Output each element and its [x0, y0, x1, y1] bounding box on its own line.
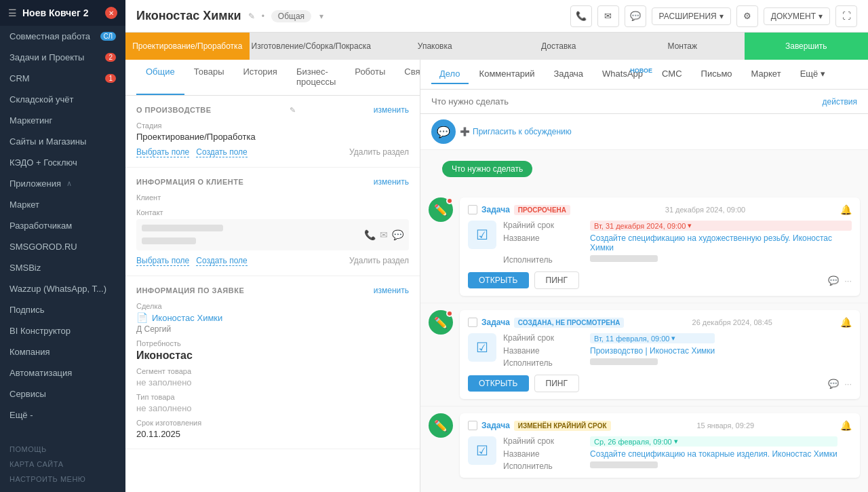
email-contact-icon[interactable]: ✉: [380, 229, 388, 240]
document-button[interactable]: ДОКУМЕНТ ▾: [764, 7, 830, 25]
divider-2: [420, 406, 868, 406]
name-value-2[interactable]: Производство | Иконостас Химки: [590, 346, 715, 356]
phone-icon-button[interactable]: 📞: [570, 5, 592, 27]
sidebar-footer-help[interactable]: ПОМОЩЬ: [9, 442, 116, 457]
edit-icon[interactable]: ✎: [248, 12, 255, 21]
tab-goods[interactable]: Товары: [184, 60, 234, 95]
what-todo-button[interactable]: Что нужно сделать: [442, 161, 532, 177]
sidebar-item-marketing[interactable]: Маркетинг: [0, 110, 125, 131]
activity-tab-market[interactable]: Маркет: [743, 64, 789, 84]
chat-icon-button[interactable]: 💬: [625, 5, 646, 27]
sidebar-item-wazzup[interactable]: Wazzup (WhatsApp, T...): [0, 278, 125, 299]
task-checkbox-2[interactable]: [468, 318, 477, 327]
deadline-value-3[interactable]: Ср, 26 февраля, 09:00 ▾: [590, 436, 837, 447]
delete-section-link[interactable]: Удалить раздел: [349, 147, 409, 157]
deal-value[interactable]: Иконостас Химки: [152, 313, 222, 323]
more-icon-2[interactable]: ···: [844, 379, 852, 389]
stage-pack[interactable]: Упаковка: [373, 33, 497, 60]
stage-proekt[interactable]: Проектирование/Проработка: [125, 33, 250, 60]
tab-robots[interactable]: Роботы: [345, 60, 395, 95]
activity-tab-task[interactable]: Задача: [545, 64, 591, 84]
task-type-1: Задача: [481, 205, 510, 214]
section-deal-change[interactable]: изменить: [374, 286, 409, 295]
task-checkbox-3[interactable]: [468, 421, 477, 430]
client-create-field-link[interactable]: Создать поле: [196, 256, 248, 266]
sidebar-item-collaboration[interactable]: Совместная работа СЛ: [0, 26, 125, 47]
fullscreen-icon-button[interactable]: ⛶: [835, 5, 857, 27]
open-button-1[interactable]: ОТКРЫТЬ: [468, 272, 529, 288]
bell-icon-3[interactable]: 🔔: [840, 420, 852, 431]
open-button-2[interactable]: ОТКРЫТЬ: [468, 375, 529, 392]
activity-tab-sms[interactable]: СМС: [654, 64, 690, 84]
sidebar-item-kedo[interactable]: КЭДО + Госключ: [0, 152, 125, 173]
phone-contact-icon[interactable]: 📞: [364, 229, 376, 240]
sidebar-item-services[interactable]: Сервисы: [0, 383, 125, 404]
sidebar-item-smsbiz[interactable]: SMSBiz: [0, 257, 125, 278]
stage-izg[interactable]: Изготовление/Сборка/Покраска: [250, 33, 374, 60]
create-field-link[interactable]: Создать поле: [196, 147, 248, 157]
section-client-change[interactable]: изменить: [374, 177, 409, 187]
sidebar-item-tasks[interactable]: Задачи и Проекты 2: [0, 47, 125, 68]
client-choose-field-link[interactable]: Выбрать поле: [136, 256, 189, 266]
comment-icon-1[interactable]: 💬: [828, 276, 839, 286]
tab-links[interactable]: Связи: [395, 60, 420, 95]
section-production-change[interactable]: изменить: [374, 105, 409, 115]
task-date-1: 31 декабря 2024, 09:00: [665, 206, 745, 214]
deadline-label-2: Крайний срок: [503, 333, 585, 343]
settings-icon-button[interactable]: ⚙: [736, 5, 758, 27]
activity-tab-more[interactable]: Ещё ▾: [792, 64, 833, 84]
activity-actions-button[interactable]: действия: [823, 97, 857, 107]
ping-button-2[interactable]: ПИНГ: [534, 375, 579, 392]
sidebar-item-warehouse[interactable]: Складской учёт: [0, 89, 125, 110]
tab-history[interactable]: История: [233, 60, 286, 95]
sidebar-item-crm[interactable]: CRM 1: [0, 68, 125, 89]
sidebar-footer-customize[interactable]: НАСТРОИТЬ МЕНЮ: [9, 472, 116, 487]
task-checkbox-1[interactable]: [468, 205, 477, 214]
activity-tab-delo[interactable]: Дело: [431, 64, 469, 84]
activity-tab-comment[interactable]: Комментарий: [471, 64, 543, 84]
name-value-1[interactable]: Создайте спецификацию на художественную …: [590, 233, 852, 252]
sidebar-item-more[interactable]: Ещё -: [0, 404, 125, 425]
stage-bar: Проектирование/Проработка Изготовление/С…: [125, 33, 868, 60]
section-production-edit-icon[interactable]: ✎: [290, 106, 296, 115]
sidebar-item-smsgorod[interactable]: SMSGOROD.RU: [0, 236, 125, 257]
sidebar-item-dev[interactable]: Разработчикам: [0, 215, 125, 236]
deadline-value-2[interactable]: Вт, 11 февраля, 09:00 ▾: [590, 333, 715, 343]
stage-install[interactable]: Монтаж: [620, 33, 745, 60]
activity-tab-letter[interactable]: Письмо: [693, 64, 741, 84]
sidebar-close-button[interactable]: ✕: [105, 7, 117, 19]
activity-tab-whatsapp[interactable]: WhatsApp НОВОЕ: [594, 64, 651, 84]
activity-input[interactable]: [431, 96, 817, 107]
sidebar-footer: ПОМОЩЬ КАРТА САЙТА НАСТРОИТЬ МЕНЮ: [0, 436, 125, 492]
sidebar-item-apps[interactable]: Приложения ∧: [0, 173, 125, 194]
sidebar-item-bi[interactable]: BI Конструктор: [0, 320, 125, 341]
chevron-down-icon[interactable]: ▾: [319, 12, 323, 21]
tab-bizproc[interactable]: Бизнес-процессы: [287, 60, 345, 95]
name-value-3[interactable]: Создайте спецификацию на токарные издели…: [590, 449, 837, 459]
sidebar-item-sites[interactable]: Сайты и Магазины: [0, 131, 125, 152]
tab-general[interactable]: Общие: [136, 60, 184, 95]
sidebar-item-label: SMSGOROD.RU: [9, 242, 77, 252]
sidebar-item-automation[interactable]: Автоматизация: [0, 362, 125, 383]
email-icon-button[interactable]: ✉: [597, 5, 619, 27]
topbar-tag[interactable]: Общая: [271, 10, 311, 22]
more-icon-1[interactable]: ···: [844, 276, 852, 286]
client-delete-section[interactable]: Удалить раздел: [349, 256, 409, 266]
sidebar-item-market[interactable]: Маркет: [0, 194, 125, 215]
sidebar-item-sign[interactable]: Подпись: [0, 299, 125, 320]
ping-button-1[interactable]: ПИНГ: [534, 271, 579, 289]
bell-icon-2[interactable]: 🔔: [840, 317, 852, 328]
what-todo-area: Что нужно сделать: [420, 150, 868, 188]
sidebar-item-company[interactable]: Компания: [0, 341, 125, 362]
stage-delivery[interactable]: Доставка: [497, 33, 621, 60]
stage-finish[interactable]: Завершить: [745, 33, 869, 60]
bell-icon-1[interactable]: 🔔: [840, 204, 852, 215]
invite-button[interactable]: ➕ Пригласить к обсуждению: [460, 127, 572, 136]
extensions-button[interactable]: РАСШИРЕНИЯ ▾: [652, 7, 731, 25]
sidebar-footer-map[interactable]: КАРТА САЙТА: [9, 457, 116, 472]
hamburger-icon[interactable]: ☰: [8, 7, 17, 18]
deadline-value-1[interactable]: Вт, 31 декабря 2024, 09:00 ▾: [590, 221, 852, 231]
comment-icon-2[interactable]: 💬: [828, 379, 839, 389]
choose-field-link[interactable]: Выбрать поле: [136, 147, 189, 157]
chat-contact-icon[interactable]: 💬: [392, 229, 403, 240]
